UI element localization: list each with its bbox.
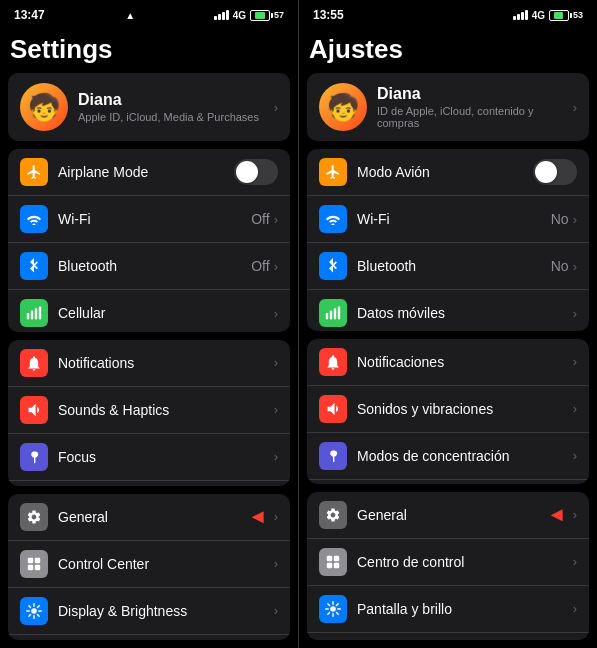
left-row-display[interactable]: Display & Brightness › (8, 588, 290, 635)
left-row-controlcenter[interactable]: Control Center › (8, 541, 290, 588)
right-cellular-label: Datos móviles (357, 305, 573, 321)
svg-line-44 (336, 604, 338, 606)
left-cellular-label: Cellular (58, 305, 274, 321)
svg-rect-3 (39, 307, 41, 320)
right-battery-pct: 53 (573, 10, 583, 20)
right-display-icon (319, 595, 347, 623)
left-row-focus[interactable]: Focus › (8, 434, 290, 481)
left-row-notifications[interactable]: Notifications › (8, 340, 290, 387)
left-row-airplane[interactable]: Airplane Mode (8, 149, 290, 196)
svg-rect-36 (334, 563, 339, 568)
svg-rect-34 (334, 556, 339, 561)
left-bt-chevron: › (274, 259, 278, 274)
left-control-icon (20, 550, 48, 578)
left-connectivity-group: Airplane Mode Wi-Fi Off › (8, 149, 290, 332)
right-system-group: General ◄ › Centro de control › (307, 492, 589, 640)
svg-point-12 (31, 608, 37, 614)
left-battery-pct: 57 (274, 10, 284, 20)
left-wifi-value: Off (251, 211, 269, 227)
right-wifi-chevron: › (573, 212, 577, 227)
right-general-icon (319, 501, 347, 529)
right-profile-sub: ID de Apple, iCloud, contenido y compras (377, 105, 573, 129)
left-focus-chevron: › (274, 449, 278, 464)
right-profile-row[interactable]: 🧒 Diana ID de Apple, iCloud, contenido y… (307, 73, 589, 141)
right-avatar: 🧒 (319, 83, 367, 131)
right-row-focus[interactable]: Modos de concentración › (307, 433, 589, 480)
right-bt-chevron: › (573, 259, 577, 274)
right-row-screentime[interactable]: Tiempo de uso › (307, 480, 589, 484)
left-content: Settings 🧒 Diana Apple ID, iCloud, Media… (0, 28, 298, 648)
left-title: Settings (8, 30, 290, 73)
left-row-cellular[interactable]: Cellular › (8, 290, 290, 332)
left-row-sounds[interactable]: Sounds & Haptics › (8, 387, 290, 434)
right-bt-label: Bluetooth (357, 258, 551, 274)
right-focus-label: Modos de concentración (357, 448, 573, 464)
right-row-controlcenter[interactable]: Centro de control › (307, 539, 589, 586)
left-row-general[interactable]: General ◄ › (8, 494, 290, 541)
right-sounds-label: Sonidos y vibraciones (357, 401, 573, 417)
svg-rect-25 (326, 313, 328, 319)
right-row-sounds[interactable]: Sonidos y vibraciones › (307, 386, 589, 433)
svg-point-37 (330, 606, 336, 612)
right-phone: 13:55 4G 53 Ajustes 🧒 Diana ID de Apple,… (299, 0, 597, 648)
right-title: Ajustes (307, 30, 589, 73)
right-airplane-icon (319, 158, 347, 186)
svg-rect-10 (28, 565, 33, 570)
svg-rect-11 (35, 565, 40, 570)
right-content: Ajustes 🧒 Diana ID de Apple, iCloud, con… (299, 28, 597, 648)
left-bt-label: Bluetooth (58, 258, 251, 274)
left-cellular-icon (20, 299, 48, 327)
right-row-wifi[interactable]: Wi-Fi No › (307, 196, 589, 243)
right-cellular-chevron: › (573, 306, 577, 321)
svg-rect-9 (35, 558, 40, 563)
right-bt-icon (319, 252, 347, 280)
right-row-bluetooth[interactable]: Bluetooth No › (307, 243, 589, 290)
right-notif-icon (319, 348, 347, 376)
svg-rect-26 (330, 311, 332, 320)
left-general-chevron: › (274, 509, 278, 524)
left-bt-value: Off (251, 258, 269, 274)
left-focus-icon (20, 443, 48, 471)
left-row-wifi[interactable]: Wi-Fi Off › (8, 196, 290, 243)
svg-rect-35 (327, 563, 332, 568)
svg-rect-2 (35, 308, 37, 319)
right-time: 13:55 (313, 8, 344, 22)
right-row-notifications[interactable]: Notificaciones › (307, 339, 589, 386)
right-battery (549, 10, 569, 21)
right-focus-chevron: › (573, 448, 577, 463)
left-control-chevron: › (274, 556, 278, 571)
left-row-bluetooth[interactable]: Bluetooth Off › (8, 243, 290, 290)
left-signal (214, 10, 229, 20)
right-airplane-toggle[interactable] (533, 159, 577, 185)
right-row-cellular[interactable]: Datos móviles › (307, 290, 589, 331)
right-notif-chevron: › (573, 354, 577, 369)
right-row-display[interactable]: Pantalla y brillo › (307, 586, 589, 633)
right-row-airplane[interactable]: Modo Avión (307, 149, 589, 196)
right-control-icon (319, 548, 347, 576)
left-profile-name: Diana (78, 91, 274, 109)
left-cellular-chevron: › (274, 306, 278, 321)
left-time: 13:47 (14, 8, 45, 22)
right-row-general[interactable]: General ◄ › (307, 492, 589, 539)
left-location-arrow: ▲ (125, 10, 135, 21)
left-profile-chevron: › (274, 100, 278, 115)
left-battery (250, 10, 270, 21)
left-notif-icon (20, 349, 48, 377)
right-display-chevron: › (573, 601, 577, 616)
left-row-screentime[interactable]: Screen Time › (8, 481, 290, 486)
svg-line-19 (37, 606, 39, 608)
svg-line-17 (29, 606, 31, 608)
left-avatar: 🧒 (20, 83, 68, 131)
left-airplane-label: Airplane Mode (58, 164, 234, 180)
left-airplane-toggle[interactable] (234, 159, 278, 185)
right-wifi-label: Wi-Fi (357, 211, 551, 227)
right-sounds-icon (319, 395, 347, 423)
right-row-home[interactable]: Pantalla de inicio y biblioteca de apps … (307, 633, 589, 640)
left-profile-row[interactable]: 🧒 Diana Apple ID, iCloud, Media & Purcha… (8, 73, 290, 141)
left-display-chevron: › (274, 603, 278, 618)
right-cellular-icon (319, 299, 347, 327)
left-row-home[interactable]: Home Screen & App Library › (8, 635, 290, 640)
left-status-right: 4G 57 (214, 10, 284, 21)
left-wifi-label: Wi-Fi (58, 211, 251, 227)
left-control-label: Control Center (58, 556, 274, 572)
